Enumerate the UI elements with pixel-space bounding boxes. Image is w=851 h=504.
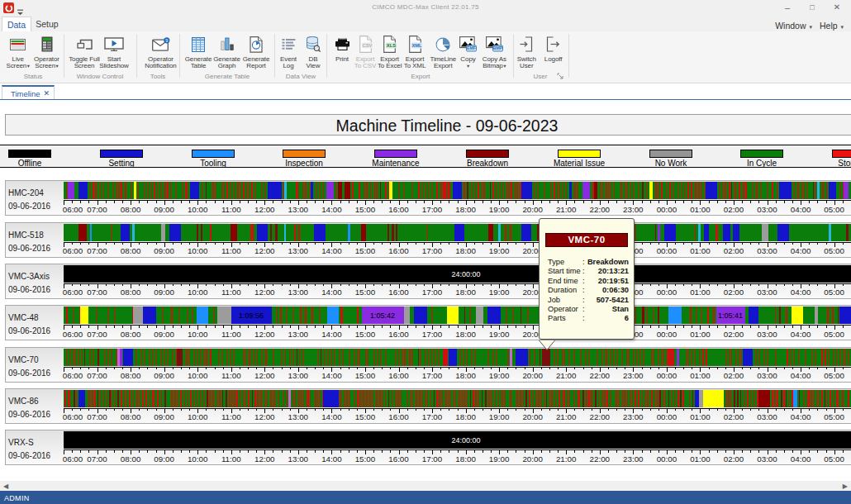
- svg-text:24:00:00: 24:00:00: [451, 436, 480, 445]
- svg-text:1:05:41: 1:05:41: [718, 311, 743, 320]
- svg-text:24:00:00: 24:00:00: [451, 269, 480, 278]
- svg-text:1:09:56: 1:09:56: [239, 311, 264, 320]
- svg-text:1:05:42: 1:05:42: [370, 311, 395, 320]
